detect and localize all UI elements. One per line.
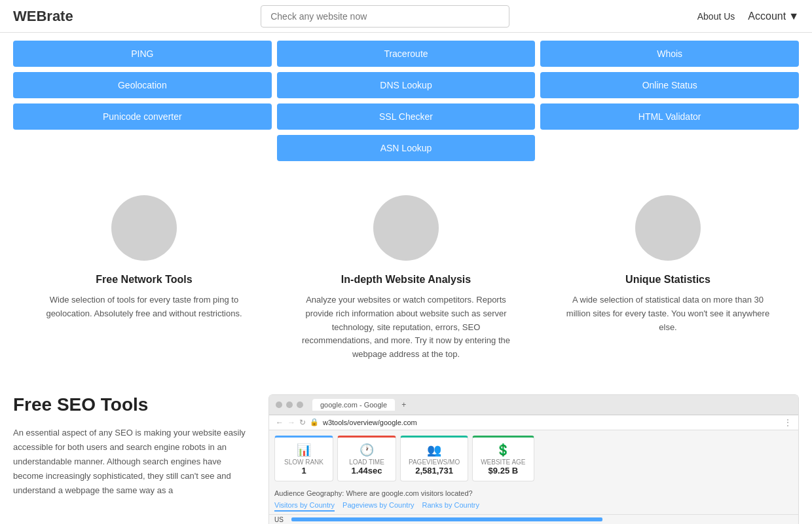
refresh-icon[interactable]: ↻ <box>299 418 306 427</box>
online-status-button[interactable]: Online Status <box>540 72 799 98</box>
new-tab-icon: + <box>401 400 406 409</box>
stat-label-slow-rank: SLOW RANK <box>283 458 325 466</box>
account-menu[interactable]: Account ▼ <box>748 10 799 22</box>
stat-value-slow-rank: 1 <box>283 466 325 476</box>
stat-value-pageviews: 2,581,731 <box>409 466 460 476</box>
asn-lookup-button[interactable]: ASN Lookup <box>277 135 536 161</box>
feature-desc-unique-statistics: A wide selection of statistical data on … <box>563 293 773 334</box>
forward-icon[interactable]: → <box>287 418 295 427</box>
stat-icon-website-age: 💲 <box>481 443 525 457</box>
seo-title: Free SEO Tools <box>13 394 249 415</box>
geolocation-button[interactable]: Geolocation <box>13 72 272 98</box>
browser-url: w3tools/overview/google.com <box>323 419 780 426</box>
browser-window: google.com - Google + ← → ↻ 🔒 w3tools/ov… <box>268 394 799 524</box>
dns-lookup-button[interactable]: DNS Lookup <box>277 72 536 98</box>
header: WEBrate About Us Account ▼ <box>0 0 812 33</box>
seo-desc: An essential aspect of any SEO is making… <box>13 426 249 498</box>
stat-label-load-time: LOAD TIME <box>346 458 388 466</box>
search-input[interactable] <box>261 5 509 28</box>
feature-title-website-analysis: In-depth Website Analysis <box>301 274 511 286</box>
website-analysis-icon <box>373 195 439 261</box>
logo[interactable]: WEBrate <box>13 8 73 25</box>
lock-icon: 🔒 <box>310 418 319 426</box>
geo-subtitle: Audience Geography: Where are google.com… <box>269 487 798 498</box>
feature-title-unique-statistics: Unique Statistics <box>563 274 773 286</box>
browser-dot-2 <box>286 402 293 408</box>
tools-grid: PING Traceroute Whois Geolocation DNS Lo… <box>0 33 812 169</box>
whois-button[interactable]: Whois <box>540 41 799 67</box>
features-section: Free Network Tools Wide selection of too… <box>0 169 812 381</box>
geo-tabs: Visitors by Country Pageviews by Country… <box>269 498 798 515</box>
more-options-icon[interactable]: ⋮ <box>784 418 792 427</box>
geo-tab-visitors[interactable]: Visitors by Country <box>274 501 335 512</box>
stat-value-website-age: $9.25 B <box>481 466 525 476</box>
row4-spacer-right <box>540 135 799 161</box>
stat-card-website-age: 💲 WEBSITE AGE $9.25 B <box>472 436 534 481</box>
seo-browser-mockup: google.com - Google + ← → ↻ 🔒 w3tools/ov… <box>268 394 799 524</box>
feature-card-website-analysis: In-depth Website Analysis Analyze your w… <box>288 189 524 368</box>
network-tools-icon <box>111 195 177 261</box>
geo-bar-us <box>291 517 602 521</box>
stat-value-load-time: 1.44sec <box>346 466 388 476</box>
browser-dot-3 <box>297 402 303 408</box>
seo-section: Free SEO Tools An essential aspect of an… <box>0 381 812 524</box>
stat-card-load-time: 🕐 LOAD TIME 1.44sec <box>337 436 396 481</box>
html-validator-button[interactable]: HTML Validator <box>540 103 799 130</box>
punicode-button[interactable]: Punicode converter <box>13 103 272 130</box>
browser-urlbar: ← → ↻ 🔒 w3tools/overview/google.com ⋮ <box>269 415 798 430</box>
ssl-checker-button[interactable]: SSL Checker <box>277 103 536 130</box>
feature-desc-website-analysis: Analyze your websites or watch competito… <box>301 293 511 362</box>
geo-country-us: US <box>274 516 287 523</box>
feature-card-unique-statistics: Unique Statistics A wide selection of st… <box>550 189 786 368</box>
feature-card-network-tools: Free Network Tools Wide selection of too… <box>26 189 262 368</box>
search-container <box>261 5 509 28</box>
browser-tab[interactable]: google.com - Google <box>312 399 395 411</box>
chevron-down-icon: ▼ <box>788 10 799 22</box>
stat-icon-slow-rank: 📊 <box>283 443 325 457</box>
feature-desc-network-tools: Wide selection of tools for every taste … <box>39 293 249 321</box>
stat-card-pageviews: 👥 PAGEVIEWS/MO 2,581,731 <box>400 436 468 481</box>
stat-label-website-age: WEBSITE AGE <box>481 458 525 466</box>
geo-bar-row-us: US <box>269 515 798 524</box>
browser-titlebar: google.com - Google + <box>269 395 798 415</box>
geo-tab-pageviews[interactable]: Pageviews by Country <box>342 501 414 512</box>
geo-bars-container: US IN BR <box>269 515 798 524</box>
seo-text-block: Free SEO Tools An essential aspect of an… <box>13 394 249 524</box>
traceroute-button[interactable]: Traceroute <box>277 41 536 67</box>
browser-dot-1 <box>276 402 282 408</box>
stat-label-pageviews: PAGEVIEWS/MO <box>409 458 460 466</box>
unique-statistics-icon <box>635 195 701 261</box>
account-label: Account <box>748 10 786 22</box>
browser-stats-content: 📊 SLOW RANK 1 🕐 LOAD TIME 1.44sec 👥 PAGE… <box>269 430 798 487</box>
geo-tab-ranks[interactable]: Ranks by Country <box>422 501 479 512</box>
row4-spacer-left <box>13 135 272 161</box>
header-nav: About Us Account ▼ <box>697 10 799 22</box>
stat-card-slow-rank: 📊 SLOW RANK 1 <box>274 436 333 481</box>
ping-button[interactable]: PING <box>13 41 272 67</box>
stat-icon-load-time: 🕐 <box>346 443 388 457</box>
stat-icon-pageviews: 👥 <box>409 443 460 457</box>
back-icon[interactable]: ← <box>276 418 284 427</box>
about-us-link[interactable]: About Us <box>697 11 735 22</box>
feature-title-network-tools: Free Network Tools <box>39 274 249 286</box>
